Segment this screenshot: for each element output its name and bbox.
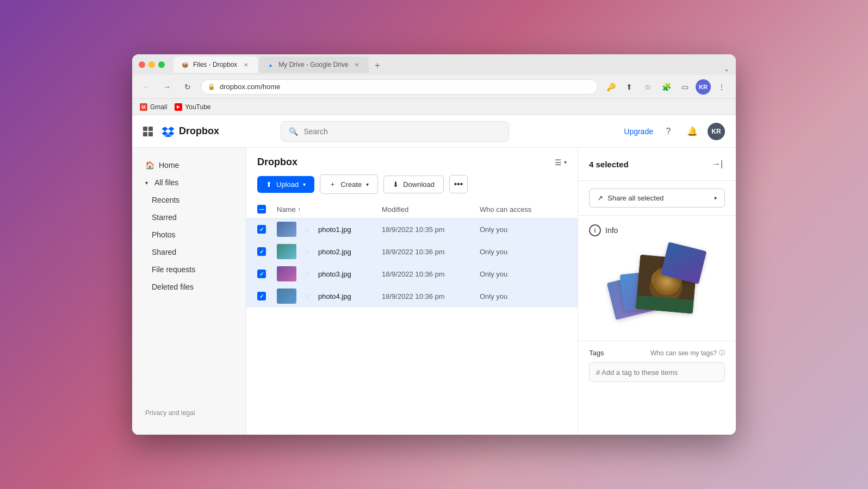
sidebar-item-recents[interactable]: Recents (132, 191, 246, 209)
file-name-cell-2: ☆ photo2.jpg (277, 244, 382, 259)
sidebar-item-deleted-files[interactable]: Deleted files (132, 278, 246, 296)
tab-close-gdrive[interactable]: ✕ (352, 60, 361, 69)
notifications-icon[interactable]: 🔔 (684, 123, 701, 140)
search-input[interactable] (303, 127, 501, 136)
row-checkbox-4[interactable] (257, 292, 277, 300)
file-thumbnail-4 (277, 289, 296, 304)
tab-google-drive[interactable]: ▲ My Drive - Google Drive ✕ (259, 57, 369, 73)
tags-input[interactable] (589, 362, 725, 382)
upgrade-link[interactable]: Upgrade (624, 127, 653, 136)
nav-actions: 🔑 ⬆ ☆ 🧩 ▭ KR ⋮ (603, 79, 729, 95)
address-bar[interactable]: 🔒 dropbox.com/home (201, 79, 598, 95)
tab-list-chevron[interactable]: ⌄ (724, 65, 729, 73)
file-area-title: Dropbox (257, 156, 297, 168)
tabs-bar: 📦 Files - Dropbox ✕ ▲ My Drive - Google … (173, 57, 729, 73)
share-all-button[interactable]: ↗ Share all selected ▾ (589, 189, 725, 208)
star-button-3[interactable]: ☆ (302, 268, 313, 279)
file-thumbnail-2 (277, 244, 296, 259)
sidebar-item-file-requests[interactable]: File requests (132, 261, 246, 278)
row-checkbox-3[interactable] (257, 269, 277, 278)
create-chevron-icon: ▾ (366, 181, 369, 187)
view-toggle[interactable]: ☰ ▾ (555, 158, 567, 167)
row-checkbox-1[interactable] (257, 225, 277, 234)
address-text: dropbox.com/home (220, 83, 280, 91)
access-4: Only you (480, 292, 567, 300)
key-icon[interactable]: 🔑 (603, 79, 618, 95)
search-input-wrapper[interactable]: 🔍 (281, 121, 509, 142)
sidebar-item-home[interactable]: 🏠 Home (132, 156, 246, 174)
star-button-2[interactable]: ☆ (302, 246, 313, 257)
upload-icon: ⬆ (266, 180, 272, 189)
search-bar: 🔍 (281, 121, 509, 142)
table-row[interactable]: ☆ photo1.jpg 18/9/2022 10:35 pm Only you (246, 218, 578, 241)
close-panel-button[interactable]: →| (710, 156, 725, 172)
minimize-window-button[interactable] (148, 61, 155, 68)
create-button[interactable]: ＋ Create ▾ (320, 174, 378, 194)
sidebar-item-photos[interactable]: Photos (132, 226, 246, 243)
share-icon: ↗ (597, 194, 603, 202)
file-table: Name ↑ Modified Who can access (246, 200, 578, 435)
privacy-legal-link[interactable]: Privacy and legal (145, 409, 195, 417)
bookmark-youtube[interactable]: ▶ YouTube (175, 103, 210, 111)
sidebar-icon[interactable]: ▭ (677, 79, 692, 95)
bookmark-gmail[interactable]: M Gmail (140, 103, 167, 111)
select-all-checkbox[interactable] (257, 205, 277, 214)
star-button-4[interactable]: ☆ (302, 291, 313, 302)
bookmark-icon[interactable]: ☆ (640, 79, 655, 95)
row-checkbox-2[interactable] (257, 247, 277, 256)
sidebar-item-shared[interactable]: Shared (132, 243, 246, 261)
profile-avatar[interactable]: KR (696, 79, 711, 95)
close-window-button[interactable] (139, 61, 145, 68)
panel-info-section: i Info (578, 216, 736, 341)
sort-icon: ↑ (298, 206, 301, 212)
table-header: Name ↑ Modified Who can access (246, 200, 578, 218)
upload-chevron-icon: ▾ (303, 181, 306, 187)
upload-button[interactable]: ⬆ Upload ▾ (257, 176, 314, 193)
youtube-icon: ▶ (175, 103, 182, 111)
help-icon[interactable]: ? (660, 123, 677, 140)
th-modified[interactable]: Modified (382, 205, 480, 214)
table-row[interactable]: ☆ photo3.jpg 18/9/2022 10:36 pm Only you (246, 263, 578, 285)
new-tab-button[interactable]: ＋ (370, 58, 385, 73)
tab-favicon-dropbox: 📦 (181, 61, 189, 68)
tab-close-dropbox[interactable]: ✕ (241, 60, 250, 69)
tags-info-icon: ⓘ (719, 349, 725, 357)
dropbox-logo[interactable]: Dropbox (162, 126, 219, 137)
tab-dropbox[interactable]: 📦 Files - Dropbox ✕ (173, 57, 258, 73)
modified-3: 18/9/2022 10:36 pm (382, 270, 480, 278)
download-button[interactable]: ⬇ Download (383, 175, 444, 193)
nav-bar: ← → ↻ 🔒 dropbox.com/home 🔑 ⬆ ☆ 🧩 ▭ KR ⋮ (132, 75, 736, 99)
th-access[interactable]: Who can access (480, 205, 567, 214)
access-3: Only you (480, 270, 567, 278)
sidebar-item-all-files[interactable]: ▾ All files (132, 174, 246, 191)
th-name[interactable]: Name ↑ (277, 205, 382, 214)
user-avatar[interactable]: KR (708, 123, 725, 140)
reload-button[interactable]: ↻ (180, 79, 195, 95)
sidebar-item-starred[interactable]: Starred (132, 209, 246, 226)
apps-grid-icon[interactable] (143, 127, 153, 136)
more-options-icon[interactable]: ⋮ (714, 79, 729, 95)
forward-button[interactable]: → (159, 79, 175, 95)
tags-info-link[interactable]: Who can see my tags? ⓘ (650, 349, 725, 357)
more-actions-button[interactable]: ••• (449, 175, 468, 193)
modified-2: 18/9/2022 10:36 pm (382, 248, 480, 256)
table-row[interactable]: ☆ photo4.jpg 18/9/2022 10:36 pm Only you (246, 285, 578, 308)
dropbox-header: Dropbox 🔍 Upgrade ? 🔔 KR (132, 115, 736, 148)
info-title: Info (605, 226, 618, 235)
selected-count: 4 selected (589, 160, 629, 169)
file-thumbnail-1 (277, 222, 296, 237)
file-name-2: photo2.jpg (318, 248, 351, 256)
table-row[interactable]: ☆ photo2.jpg 18/9/2022 10:36 pm Only you (246, 241, 578, 263)
share-icon[interactable]: ⬆ (622, 79, 637, 95)
th-modified-label: Modified (382, 205, 408, 214)
maximize-window-button[interactable] (158, 61, 165, 68)
modified-4: 18/9/2022 10:36 pm (382, 292, 480, 300)
sidebar: 🏠 Home ▾ All files Recents Starred Photo… (132, 148, 246, 435)
share-chevron-icon: ▾ (714, 195, 717, 201)
photo-stack (608, 245, 706, 316)
search-icon: 🔍 (289, 127, 298, 136)
tags-title: Tags (589, 349, 604, 357)
star-button-1[interactable]: ☆ (302, 224, 313, 235)
extension-icon[interactable]: 🧩 (659, 79, 674, 95)
file-thumbnail-3 (277, 266, 296, 281)
